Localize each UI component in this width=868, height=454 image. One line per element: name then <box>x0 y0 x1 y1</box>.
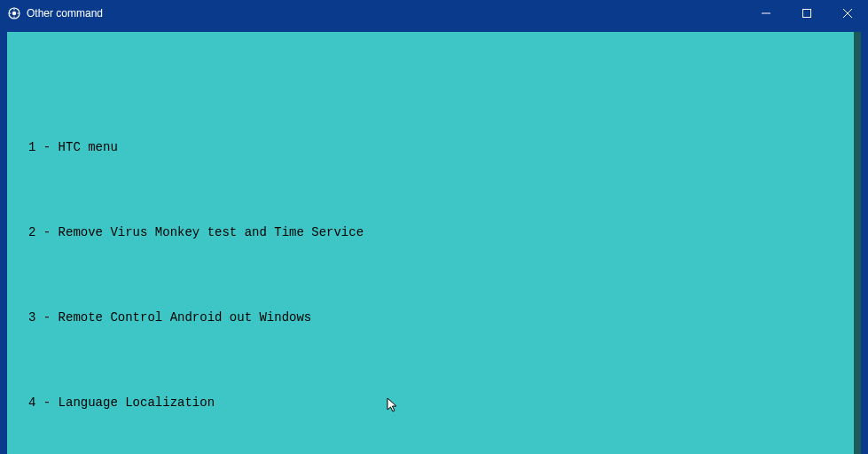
window-controls <box>746 0 868 27</box>
minimize-button[interactable] <box>746 0 786 27</box>
menu-item: 1 - HTC menu <box>7 140 861 154</box>
menu-item: 4 - Language Localization <box>7 395 861 410</box>
maximize-button[interactable] <box>786 0 827 27</box>
window-title: Other command <box>27 7 746 20</box>
svg-rect-7 <box>803 10 811 18</box>
app-icon <box>7 6 21 20</box>
close-button[interactable] <box>827 0 868 27</box>
menu-item: 3 - Remote Control Android out Windows <box>7 310 861 325</box>
scrollbar[interactable] <box>854 32 861 454</box>
app-window: Other command 1 - HTC menu 2 - Remove Vi… <box>0 0 868 454</box>
menu-item: 2 - Remove Virus Monkey test and Time Se… <box>7 225 861 239</box>
content-area: 1 - HTC menu 2 - Remove Virus Monkey tes… <box>0 27 868 454</box>
svg-point-1 <box>12 12 16 15</box>
console-output: 1 - HTC menu 2 - Remove Virus Monkey tes… <box>7 69 861 454</box>
titlebar: Other command <box>0 0 868 27</box>
console[interactable]: 1 - HTC menu 2 - Remove Virus Monkey tes… <box>7 32 861 454</box>
